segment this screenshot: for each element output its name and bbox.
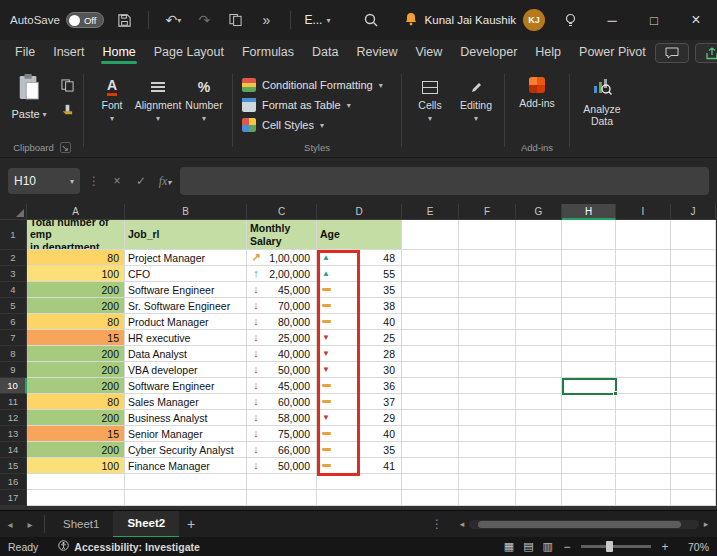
cell[interactable]: [402, 394, 459, 410]
cell[interactable]: [459, 330, 516, 346]
cell[interactable]: [459, 314, 516, 330]
cell[interactable]: ▼28: [317, 346, 402, 362]
cell[interactable]: 41: [317, 458, 402, 474]
cell[interactable]: ▲55: [317, 266, 402, 282]
cell[interactable]: [562, 362, 616, 378]
cell[interactable]: [402, 474, 459, 490]
cell[interactable]: Software Engineer: [125, 378, 247, 394]
cell[interactable]: [616, 490, 671, 506]
ribbon-tab-review[interactable]: Review: [347, 42, 406, 64]
scrollbar-track[interactable]: [469, 520, 699, 529]
cell[interactable]: [616, 426, 671, 442]
row-header-13[interactable]: 13: [0, 426, 27, 442]
cell[interactable]: 200: [27, 410, 125, 426]
cell[interactable]: [671, 346, 716, 362]
cell[interactable]: [516, 250, 562, 266]
format-painter-button[interactable]: [56, 100, 78, 118]
zoom-slider[interactable]: [581, 545, 651, 548]
cell[interactable]: [402, 282, 459, 298]
cell[interactable]: ↓75,000: [247, 426, 317, 442]
cell[interactable]: [562, 220, 616, 250]
more-commands-chevron-icon[interactable]: »: [255, 9, 277, 31]
copy-icon[interactable]: [224, 9, 246, 31]
cell[interactable]: [671, 442, 716, 458]
cell[interactable]: [459, 378, 516, 394]
cell[interactable]: [459, 474, 516, 490]
number-group-button[interactable]: % Number ▾: [181, 70, 227, 155]
cell[interactable]: [562, 490, 616, 506]
cell[interactable]: [671, 474, 716, 490]
cell[interactable]: [562, 250, 616, 266]
cell[interactable]: ↓25,000: [247, 330, 317, 346]
lightbulb-icon[interactable]: [559, 9, 581, 31]
cell[interactable]: [616, 378, 671, 394]
sheet-tab-sheet2[interactable]: Sheet2: [113, 511, 179, 538]
cell[interactable]: [247, 490, 317, 506]
row-header-6[interactable]: 6: [0, 314, 27, 330]
insert-function-button[interactable]: fx▾: [156, 174, 174, 189]
cell[interactable]: 80: [27, 394, 125, 410]
cell[interactable]: [616, 266, 671, 282]
cell[interactable]: [562, 426, 616, 442]
cell[interactable]: Data Analyst: [125, 346, 247, 362]
cell[interactable]: [247, 474, 317, 490]
cell[interactable]: [671, 362, 716, 378]
cell[interactable]: [616, 346, 671, 362]
row-header-8[interactable]: 8: [0, 346, 27, 362]
paste-button[interactable]: Paste▾: [6, 70, 52, 120]
sheet-nav-left-icon[interactable]: ◂: [0, 519, 20, 530]
cell[interactable]: [459, 426, 516, 442]
cell[interactable]: ▼25: [317, 330, 402, 346]
ribbon-tab-data[interactable]: Data: [303, 42, 347, 64]
new-sheet-button[interactable]: +: [179, 516, 203, 532]
cell[interactable]: [459, 250, 516, 266]
addins-button[interactable]: Add-ins: [510, 70, 564, 109]
cell[interactable]: [459, 298, 516, 314]
comments-button[interactable]: [655, 43, 689, 63]
cell[interactable]: [516, 282, 562, 298]
cell[interactable]: [516, 378, 562, 394]
cell[interactable]: ↓66,000: [247, 442, 317, 458]
cell[interactable]: [402, 426, 459, 442]
cell[interactable]: ↑2,00,000: [247, 266, 317, 282]
cell[interactable]: 40: [317, 426, 402, 442]
cell[interactable]: Software Engineer: [125, 282, 247, 298]
cell[interactable]: Cyber Security Analyst: [125, 442, 247, 458]
confirm-entry-icon[interactable]: ✓: [132, 174, 150, 188]
cell[interactable]: [671, 266, 716, 282]
cell[interactable]: Project Manager: [125, 250, 247, 266]
cell[interactable]: [516, 362, 562, 378]
row-header-2[interactable]: 2: [0, 250, 27, 266]
cell[interactable]: [616, 298, 671, 314]
normal-view-icon[interactable]: ▦: [504, 540, 514, 553]
cell-styles-button[interactable]: Cell Styles ▾: [238, 115, 396, 135]
row-header-5[interactable]: 5: [0, 298, 27, 314]
cell[interactable]: VBA developer: [125, 362, 247, 378]
select-all-corner[interactable]: [0, 204, 27, 220]
cell[interactable]: [616, 314, 671, 330]
cell[interactable]: [516, 474, 562, 490]
cell[interactable]: ↓50,000: [247, 362, 317, 378]
row-header-7[interactable]: 7: [0, 330, 27, 346]
close-button[interactable]: ×: [675, 0, 717, 40]
cell[interactable]: Business Analyst: [125, 410, 247, 426]
cell[interactable]: [516, 346, 562, 362]
cell[interactable]: [562, 330, 616, 346]
undo-button[interactable]: ↶▾: [162, 9, 184, 31]
cell[interactable]: [671, 378, 716, 394]
sheet-nav-right-icon[interactable]: ▸: [20, 519, 40, 530]
cell[interactable]: Monthly Salary: [247, 220, 317, 250]
cell[interactable]: 40: [317, 314, 402, 330]
maximize-button[interactable]: □: [633, 0, 675, 40]
cell[interactable]: [562, 394, 616, 410]
row-header-1[interactable]: 1: [0, 220, 27, 250]
cell[interactable]: [616, 410, 671, 426]
cell[interactable]: [317, 474, 402, 490]
ribbon-tab-file[interactable]: File: [6, 42, 44, 64]
cell[interactable]: [616, 250, 671, 266]
cell[interactable]: [459, 346, 516, 362]
cell[interactable]: [459, 442, 516, 458]
row-header-17[interactable]: 17: [0, 490, 27, 506]
cell[interactable]: Total number of emp in department: [27, 220, 125, 250]
column-header-D[interactable]: D: [317, 204, 402, 220]
